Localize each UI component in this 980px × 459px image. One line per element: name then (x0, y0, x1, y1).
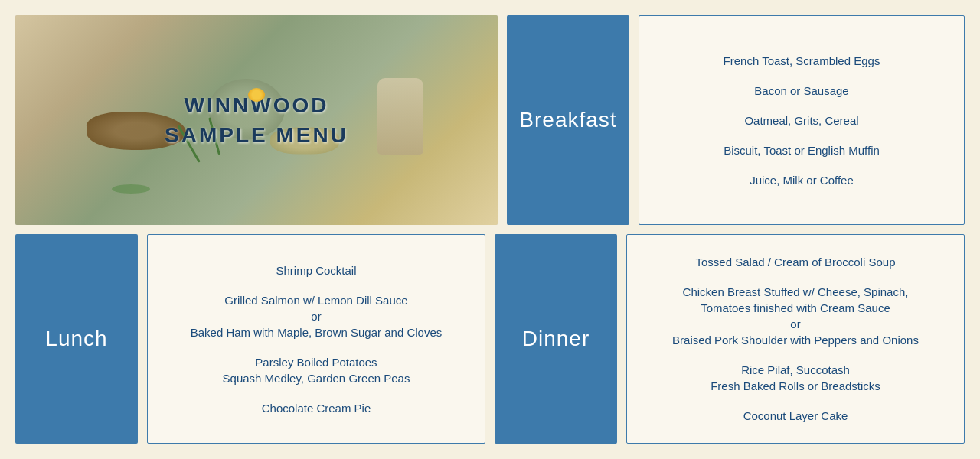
food-bread (377, 78, 423, 155)
dinner-label-text: Dinner (522, 327, 590, 351)
lunch-item-2: Grilled Salmon w/ Lemon Dill Sauce or Ba… (191, 292, 443, 340)
lunch-item-1: Shrimp Cocktail (276, 262, 356, 278)
page: WINNWOOD SAMPLE MENU Breakfast French To… (0, 0, 980, 459)
breakfast-label-text: Breakfast (519, 108, 616, 132)
food-egg (248, 88, 265, 102)
lunch-item-4: Chocolate Cream Pie (262, 400, 371, 416)
hero-image: WINNWOOD SAMPLE MENU (15, 15, 498, 225)
breakfast-item-4: Biscuit, Toast or English Muffin (724, 142, 880, 158)
breakfast-menu: French Toast, Scrambled Eggs Bacon or Sa… (639, 15, 965, 225)
dinner-item-4: Coconut Layer Cake (743, 408, 848, 424)
lunch-label-text: Lunch (45, 327, 107, 351)
top-row: WINNWOOD SAMPLE MENU Breakfast French To… (15, 15, 965, 225)
herb (112, 184, 150, 194)
dinner-item-1: Tossed Salad / Cream of Broccoli Soup (696, 254, 896, 270)
breakfast-label: Breakfast (507, 15, 629, 225)
dinner-item-3: Rice Pilaf, Succotash Fresh Baked Rolls … (710, 362, 880, 394)
hero-title-line2: SAMPLE MENU (165, 120, 348, 150)
lunch-item-3: Parsley Boiled Potatoes Squash Medley, G… (223, 354, 410, 386)
lunch-menu: Shrimp Cocktail Grilled Salmon w/ Lemon … (147, 234, 485, 444)
breakfast-item-2: Bacon or Sausage (754, 83, 848, 99)
breakfast-item-5: Juice, Milk or Coffee (750, 172, 854, 188)
lunch-label: Lunch (15, 234, 138, 444)
bottom-row: Lunch Shrimp Cocktail Grilled Salmon w/ … (15, 234, 965, 444)
dinner-label: Dinner (495, 234, 617, 444)
breakfast-item-3: Oatmeal, Grits, Cereal (744, 112, 858, 129)
dinner-item-2: Chicken Breast Stuffed w/ Cheese, Spinac… (672, 284, 919, 348)
dinner-menu: Tossed Salad / Cream of Broccoli Soup Ch… (626, 234, 965, 444)
breakfast-item-1: French Toast, Scrambled Eggs (724, 53, 880, 69)
